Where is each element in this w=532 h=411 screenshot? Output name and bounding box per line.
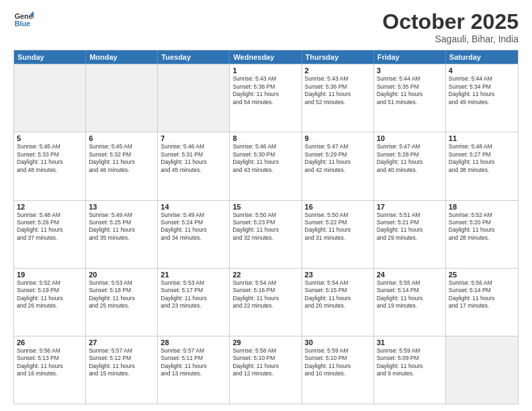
day-info: Sunrise: 5:57 AM Sunset: 5:11 PM Dayligh… <box>161 347 226 378</box>
calendar-cell-4-2: 20Sunrise: 5:53 AM Sunset: 5:18 PM Dayli… <box>86 269 158 336</box>
calendar-cell-1-3 <box>158 64 230 132</box>
day-number: 13 <box>89 203 154 211</box>
day-number: 8 <box>232 134 298 142</box>
day-number: 30 <box>305 338 371 347</box>
day-number: 21 <box>161 271 226 279</box>
calendar-cell-1-7: 4Sunrise: 5:44 AM Sunset: 5:34 PM Daylig… <box>446 64 518 132</box>
day-info: Sunrise: 5:51 AM Sunset: 5:21 PM Dayligh… <box>377 212 443 242</box>
calendar-cell-2-2: 6Sunrise: 5:45 AM Sunset: 5:32 PM Daylig… <box>86 132 158 199</box>
day-info: Sunrise: 5:56 AM Sunset: 5:14 PM Dayligh… <box>449 279 515 310</box>
day-info: Sunrise: 5:49 AM Sunset: 5:25 PM Dayligh… <box>89 212 154 242</box>
calendar-cell-2-4: 8Sunrise: 5:46 AM Sunset: 5:30 PM Daylig… <box>230 132 302 199</box>
calendar-cell-5-3: 28Sunrise: 5:57 AM Sunset: 5:11 PM Dayli… <box>158 336 230 404</box>
day-info: Sunrise: 5:57 AM Sunset: 5:12 PM Dayligh… <box>89 347 154 378</box>
day-number: 14 <box>161 203 226 211</box>
day-number: 27 <box>89 338 154 347</box>
day-number: 10 <box>377 134 443 142</box>
day-info: Sunrise: 5:59 AM Sunset: 5:10 PM Dayligh… <box>305 347 371 378</box>
calendar-cell-4-7: 25Sunrise: 5:56 AM Sunset: 5:14 PM Dayli… <box>446 269 518 336</box>
calendar-cell-3-1: 12Sunrise: 5:48 AM Sunset: 5:26 PM Dayli… <box>14 201 86 268</box>
calendar-cell-3-3: 14Sunrise: 5:49 AM Sunset: 5:24 PM Dayli… <box>158 201 230 268</box>
day-info: Sunrise: 5:56 AM Sunset: 5:13 PM Dayligh… <box>17 347 83 378</box>
calendar-cell-3-6: 17Sunrise: 5:51 AM Sunset: 5:21 PM Dayli… <box>374 201 446 268</box>
calendar-cell-5-1: 26Sunrise: 5:56 AM Sunset: 5:13 PM Dayli… <box>14 336 86 404</box>
calendar-cell-3-2: 13Sunrise: 5:49 AM Sunset: 5:25 PM Dayli… <box>86 201 158 268</box>
day-info: Sunrise: 5:46 AM Sunset: 5:31 PM Dayligh… <box>161 143 226 174</box>
day-info: Sunrise: 5:50 AM Sunset: 5:23 PM Dayligh… <box>232 212 298 242</box>
calendar-cell-3-4: 15Sunrise: 5:50 AM Sunset: 5:23 PM Dayli… <box>230 201 302 268</box>
calendar-cell-1-6: 3Sunrise: 5:44 AM Sunset: 5:35 PM Daylig… <box>374 64 446 132</box>
day-number: 25 <box>449 271 515 279</box>
calendar-cell-1-5: 2Sunrise: 5:43 AM Sunset: 5:36 PM Daylig… <box>302 64 374 132</box>
day-number: 22 <box>232 271 298 279</box>
day-info: Sunrise: 5:59 AM Sunset: 5:09 PM Dayligh… <box>377 347 443 378</box>
day-info: Sunrise: 5:45 AM Sunset: 5:32 PM Dayligh… <box>89 143 154 174</box>
day-number: 24 <box>377 271 443 279</box>
day-number: 15 <box>232 203 298 211</box>
calendar-row-1: 1Sunrise: 5:43 AM Sunset: 5:38 PM Daylig… <box>14 64 518 132</box>
day-number: 17 <box>377 203 443 211</box>
calendar-cell-4-6: 24Sunrise: 5:55 AM Sunset: 5:14 PM Dayli… <box>374 269 446 336</box>
calendar-row-4: 19Sunrise: 5:52 AM Sunset: 5:19 PM Dayli… <box>14 268 518 336</box>
day-number: 19 <box>17 271 83 279</box>
day-info: Sunrise: 5:48 AM Sunset: 5:27 PM Dayligh… <box>449 143 515 174</box>
day-info: Sunrise: 5:55 AM Sunset: 5:14 PM Dayligh… <box>377 279 443 310</box>
day-number: 18 <box>449 203 515 211</box>
calendar-cell-1-4: 1Sunrise: 5:43 AM Sunset: 5:38 PM Daylig… <box>230 64 302 132</box>
calendar-cell-5-6: 31Sunrise: 5:59 AM Sunset: 5:09 PM Dayli… <box>374 336 446 404</box>
day-number: 6 <box>89 134 154 142</box>
day-number: 5 <box>17 134 83 142</box>
day-info: Sunrise: 5:48 AM Sunset: 5:26 PM Dayligh… <box>17 212 83 242</box>
weekday-header-friday: Friday <box>374 50 446 64</box>
day-number: 9 <box>305 134 371 142</box>
day-number: 20 <box>89 271 154 279</box>
day-number: 29 <box>232 338 298 347</box>
day-info: Sunrise: 5:46 AM Sunset: 5:30 PM Dayligh… <box>232 143 298 174</box>
calendar-cell-2-1: 5Sunrise: 5:45 AM Sunset: 5:33 PM Daylig… <box>14 132 86 199</box>
day-info: Sunrise: 5:47 AM Sunset: 5:29 PM Dayligh… <box>305 143 371 174</box>
day-info: Sunrise: 5:53 AM Sunset: 5:18 PM Dayligh… <box>89 279 154 310</box>
calendar: SundayMondayTuesdayWednesdayThursdayFrid… <box>13 50 519 404</box>
calendar-cell-3-5: 16Sunrise: 5:50 AM Sunset: 5:22 PM Dayli… <box>302 201 374 268</box>
day-number: 4 <box>449 66 515 75</box>
day-number: 3 <box>377 66 443 75</box>
day-info: Sunrise: 5:53 AM Sunset: 5:17 PM Dayligh… <box>161 279 226 310</box>
day-info: Sunrise: 5:58 AM Sunset: 5:10 PM Dayligh… <box>232 347 298 378</box>
calendar-cell-4-1: 19Sunrise: 5:52 AM Sunset: 5:19 PM Dayli… <box>14 269 86 336</box>
day-number: 28 <box>161 338 226 347</box>
calendar-cell-4-4: 22Sunrise: 5:54 AM Sunset: 5:16 PM Dayli… <box>230 269 302 336</box>
calendar-cell-5-2: 27Sunrise: 5:57 AM Sunset: 5:12 PM Dayli… <box>86 336 158 404</box>
calendar-cell-5-5: 30Sunrise: 5:59 AM Sunset: 5:10 PM Dayli… <box>302 336 374 404</box>
calendar-cell-3-7: 18Sunrise: 5:52 AM Sunset: 5:20 PM Dayli… <box>446 201 518 268</box>
weekday-header-tuesday: Tuesday <box>158 50 230 64</box>
day-number: 31 <box>377 338 443 347</box>
day-info: Sunrise: 5:47 AM Sunset: 5:28 PM Dayligh… <box>377 143 443 174</box>
calendar-cell-5-7 <box>446 336 518 404</box>
month-title: October 2025 <box>382 10 519 34</box>
calendar-cell-4-5: 23Sunrise: 5:54 AM Sunset: 5:15 PM Dayli… <box>302 269 374 336</box>
calendar-cell-1-1 <box>14 64 86 132</box>
day-info: Sunrise: 5:44 AM Sunset: 5:35 PM Dayligh… <box>377 75 443 106</box>
day-info: Sunrise: 5:50 AM Sunset: 5:22 PM Dayligh… <box>305 212 371 242</box>
calendar-row-3: 12Sunrise: 5:48 AM Sunset: 5:26 PM Dayli… <box>14 200 518 268</box>
day-number: 23 <box>305 271 371 279</box>
day-number: 1 <box>232 66 298 75</box>
calendar-cell-5-4: 29Sunrise: 5:58 AM Sunset: 5:10 PM Dayli… <box>230 336 302 404</box>
calendar-cell-2-6: 10Sunrise: 5:47 AM Sunset: 5:28 PM Dayli… <box>374 132 446 199</box>
calendar-cell-2-5: 9Sunrise: 5:47 AM Sunset: 5:29 PM Daylig… <box>302 132 374 199</box>
day-info: Sunrise: 5:52 AM Sunset: 5:19 PM Dayligh… <box>17 279 83 310</box>
weekday-header-wednesday: Wednesday <box>230 50 302 64</box>
header: General Blue October 2025 Sagauli, Bihar… <box>13 10 519 44</box>
calendar-cell-4-3: 21Sunrise: 5:53 AM Sunset: 5:17 PM Dayli… <box>158 269 230 336</box>
calendar-row-2: 5Sunrise: 5:45 AM Sunset: 5:33 PM Daylig… <box>14 132 518 199</box>
calendar-cell-2-3: 7Sunrise: 5:46 AM Sunset: 5:31 PM Daylig… <box>158 132 230 199</box>
day-info: Sunrise: 5:43 AM Sunset: 5:38 PM Dayligh… <box>232 75 298 106</box>
logo: General Blue <box>13 10 34 30</box>
title-block: October 2025 Sagauli, Bihar, India <box>382 10 519 44</box>
weekday-header-monday: Monday <box>86 50 158 64</box>
day-info: Sunrise: 5:49 AM Sunset: 5:24 PM Dayligh… <box>161 212 226 242</box>
calendar-header: SundayMondayTuesdayWednesdayThursdayFrid… <box>14 50 518 64</box>
calendar-body: 1Sunrise: 5:43 AM Sunset: 5:38 PM Daylig… <box>14 64 518 404</box>
calendar-cell-1-2 <box>86 64 158 132</box>
day-info: Sunrise: 5:54 AM Sunset: 5:16 PM Dayligh… <box>232 279 298 310</box>
